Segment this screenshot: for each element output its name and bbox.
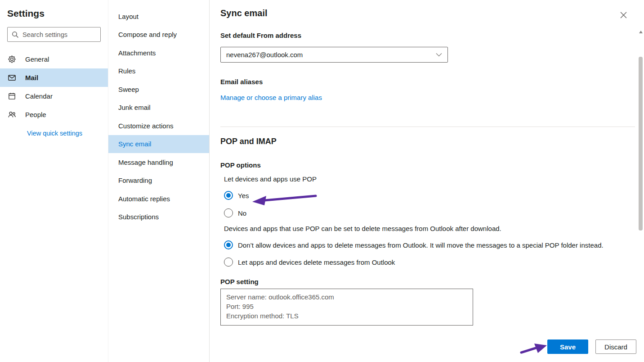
chevron-down-icon bbox=[436, 53, 442, 57]
sidebar-item-label: General bbox=[25, 55, 49, 63]
submenu-label: Layout bbox=[118, 13, 139, 20]
radio-pop-yes[interactable]: Yes bbox=[220, 191, 249, 200]
submenu-label: Rules bbox=[118, 67, 135, 75]
panel-footer: Save Discard bbox=[210, 331, 644, 362]
mail-icon bbox=[7, 73, 16, 82]
submenu-label: Message handling bbox=[118, 158, 173, 166]
radio-unselected-icon bbox=[224, 258, 233, 267]
submenu-label: Forwarding bbox=[118, 176, 152, 184]
pop-setting-label: POP setting bbox=[220, 278, 626, 285]
save-button[interactable]: Save bbox=[547, 339, 588, 354]
sidebar-item-people[interactable]: People bbox=[0, 105, 108, 124]
submenu-item-sweep[interactable]: Sweep bbox=[108, 80, 209, 99]
submenu-label: Sync email bbox=[118, 140, 151, 148]
radio-unselected-icon bbox=[224, 208, 233, 217]
submenu-label: Automatic replies bbox=[118, 195, 170, 203]
sidebar-item-general[interactable]: General bbox=[0, 50, 108, 68]
gear-icon bbox=[7, 55, 16, 63]
manage-alias-link[interactable]: Manage or choose a primary alias bbox=[220, 94, 322, 101]
pop-encryption: Encryption method: TLS bbox=[226, 311, 467, 321]
search-settings-input[interactable] bbox=[22, 31, 96, 38]
search-settings-box[interactable] bbox=[7, 27, 101, 42]
mail-settings-submenu: Layout Compose and reply Attachments Rul… bbox=[108, 0, 209, 362]
calendar-icon bbox=[7, 92, 16, 100]
from-address-dropdown[interactable]: nevena267@outlook.com bbox=[220, 47, 448, 63]
panel-content: Set default From address nevena267@outlo… bbox=[210, 26, 644, 331]
section-divider bbox=[220, 127, 635, 127]
search-icon bbox=[12, 31, 19, 38]
sidebar-item-label: People bbox=[25, 111, 46, 118]
email-aliases-label: Email aliases bbox=[220, 78, 626, 86]
submenu-item-rules[interactable]: Rules bbox=[108, 62, 209, 81]
submenu-item-subscriptions[interactable]: Subscriptions bbox=[108, 208, 209, 226]
submenu-item-sync-email[interactable]: Sync email bbox=[108, 135, 209, 154]
settings-sidebar: Settings General bbox=[0, 0, 108, 362]
submenu-label: Sweep bbox=[118, 86, 139, 93]
submenu-label: Compose and reply bbox=[118, 31, 177, 38]
pop-setting-box: Server name: outlook.office365.com Port:… bbox=[220, 289, 473, 326]
submenu-item-message-handling[interactable]: Message handling bbox=[108, 153, 209, 172]
sync-email-panel: Sync email Set default From address neve… bbox=[209, 0, 644, 362]
radio-selected-icon bbox=[224, 191, 233, 200]
people-icon bbox=[7, 110, 16, 119]
vertical-scrollbar[interactable] bbox=[638, 27, 644, 362]
discard-button[interactable]: Discard bbox=[595, 339, 636, 354]
from-address-value: nevena267@outlook.com bbox=[226, 51, 303, 59]
sidebar-item-calendar[interactable]: Calendar bbox=[0, 87, 108, 105]
pop-port: Port: 995 bbox=[226, 302, 467, 311]
pop-server-name: Server name: outlook.office365.com bbox=[226, 292, 467, 302]
scrollbar-thumb[interactable] bbox=[639, 57, 643, 231]
close-icon[interactable] bbox=[617, 9, 630, 21]
submenu-label: Customize actions bbox=[118, 122, 174, 130]
submenu-item-compose-and-reply[interactable]: Compose and reply bbox=[108, 26, 209, 44]
radio-label: Don’t allow devices and apps to delete m… bbox=[238, 241, 604, 249]
sidebar-item-label: Mail bbox=[25, 74, 38, 81]
radio-label: Yes bbox=[238, 192, 249, 199]
default-from-address-label: Set default From address bbox=[220, 32, 626, 39]
submenu-item-forwarding[interactable]: Forwarding bbox=[108, 172, 209, 190]
scrollbar-up-arrow-icon[interactable] bbox=[639, 31, 643, 33]
radio-label: No bbox=[238, 209, 246, 217]
radio-label: Let apps and devices delete messages fro… bbox=[238, 258, 395, 266]
submenu-label: Subscriptions bbox=[118, 213, 159, 221]
panel-header: Sync email bbox=[210, 0, 644, 26]
panel-title: Sync email bbox=[220, 8, 268, 18]
radio-dont-allow-delete[interactable]: Don’t allow devices and apps to delete m… bbox=[220, 240, 604, 249]
pop-options-label: POP options bbox=[220, 161, 626, 169]
submenu-item-layout[interactable]: Layout bbox=[108, 7, 209, 26]
radio-selected-icon bbox=[224, 240, 233, 249]
submenu-label: Junk email bbox=[118, 104, 151, 111]
pop-and-imap-heading: POP and IMAP bbox=[220, 137, 626, 146]
radio-pop-no[interactable]: No bbox=[220, 208, 246, 217]
view-quick-settings-link[interactable]: View quick settings bbox=[0, 124, 108, 137]
submenu-item-automatic-replies[interactable]: Automatic replies bbox=[108, 190, 209, 208]
pop-delete-question: Devices and apps that use POP can be set… bbox=[220, 225, 626, 232]
sidebar-item-mail[interactable]: Mail bbox=[0, 68, 108, 87]
sidebar-item-label: Calendar bbox=[25, 92, 53, 100]
submenu-item-junk-email[interactable]: Junk email bbox=[108, 99, 209, 117]
submenu-item-attachments[interactable]: Attachments bbox=[108, 44, 209, 62]
settings-title: Settings bbox=[0, 6, 108, 27]
submenu-item-customize-actions[interactable]: Customize actions bbox=[108, 117, 209, 135]
use-pop-question: Let devices and apps use POP bbox=[220, 175, 626, 183]
radio-allow-delete[interactable]: Let apps and devices delete messages fro… bbox=[220, 258, 395, 267]
submenu-label: Attachments bbox=[118, 49, 156, 57]
settings-window: Settings General bbox=[0, 0, 644, 362]
